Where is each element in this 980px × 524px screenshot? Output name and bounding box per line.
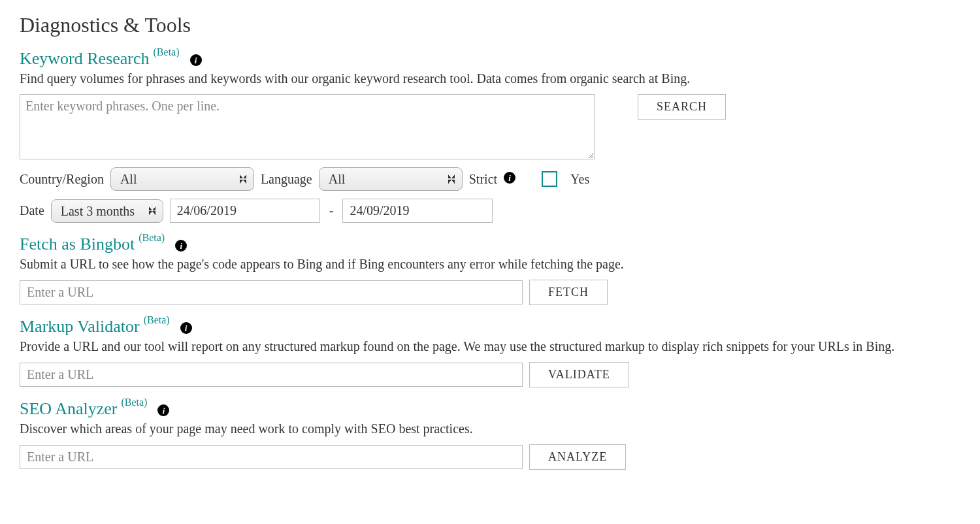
seo-url-input[interactable] [20,445,523,469]
seo-analyzer-section: SEO Analyzer (Beta) i Discover which are… [20,401,960,470]
fetch-as-bingbot-section: Fetch as Bingbot (Beta) i Submit a URL t… [20,236,960,305]
strict-label: Strict [469,172,497,187]
search-button[interactable]: SEARCH [638,94,726,120]
date-to-input[interactable] [342,199,493,223]
validate-button[interactable]: VALIDATE [529,362,629,387]
country-region-select[interactable]: All [110,167,254,191]
seo-analyzer-desc: Discover which areas of your page may ne… [20,421,960,436]
date-range-dash: - [327,203,336,218]
info-icon[interactable]: i [175,240,187,252]
markup-url-input[interactable] [20,363,523,387]
markup-validator-desc: Provide a URL and our tool will report o… [20,339,960,354]
country-region-label: Country/Region [20,172,104,187]
markup-validator-title[interactable]: Markup Validator [20,318,140,335]
info-icon[interactable]: i [157,404,169,416]
beta-badge: (Beta) [154,46,180,58]
date-range-select[interactable]: Last 3 months [51,199,163,223]
fetch-url-input[interactable] [20,280,523,304]
keyword-research-title[interactable]: Keyword Research [20,50,150,67]
info-icon[interactable]: i [190,54,202,66]
strict-yes-label: Yes [570,172,589,187]
fetch-as-bingbot-desc: Submit a URL to see how the page's code … [20,257,960,272]
language-label: Language [261,172,312,187]
markup-validator-section: Markup Validator (Beta) i Provide a URL … [20,318,960,387]
beta-badge: (Beta) [144,314,170,326]
info-icon[interactable]: i [504,172,515,184]
info-icon[interactable]: i [180,322,192,334]
date-from-input[interactable] [170,199,320,223]
fetch-button[interactable]: FETCH [529,280,608,305]
language-select[interactable]: All [319,167,463,191]
strict-yes-checkbox[interactable] [542,171,557,187]
beta-badge: (Beta) [139,232,165,244]
keyword-research-section: Keyword Research (Beta) i Find query vol… [20,50,960,223]
fetch-as-bingbot-title[interactable]: Fetch as Bingbot [20,236,135,253]
page-title: Diagnostics & Tools [20,13,960,37]
analyze-button[interactable]: ANALYZE [529,444,626,470]
beta-badge: (Beta) [121,397,147,408]
date-label: Date [20,203,44,218]
seo-analyzer-title[interactable]: SEO Analyzer [20,401,117,418]
keyword-research-desc: Find query volumes for phrases and keywo… [20,71,960,86]
keyword-phrases-textarea[interactable] [20,94,595,159]
